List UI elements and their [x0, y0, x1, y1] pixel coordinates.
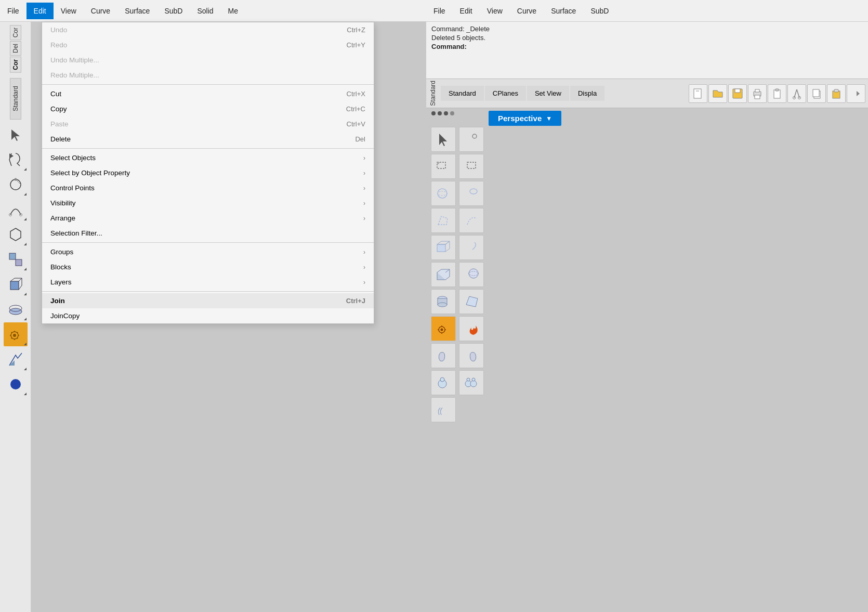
menu-item-layers[interactable]: Layers ›	[42, 275, 374, 290]
toolbar-open[interactable]	[708, 84, 727, 103]
sidebar-standard-label: Standard	[10, 78, 21, 120]
menu-solid[interactable]: Solid	[190, 3, 220, 19]
perspective-button[interactable]: Perspective ▼	[489, 111, 561, 126]
svg-rect-32	[834, 89, 838, 92]
menu-item-delete[interactable]: Delete Del	[42, 132, 374, 147]
svg-point-34	[472, 134, 477, 138]
menu-item-redo[interactable]: Redo Ctrl+Y	[42, 37, 374, 53]
tool-gear[interactable]	[4, 322, 28, 346]
menu-item-blocks[interactable]: Blocks ›	[42, 259, 374, 275]
toolbar-print[interactable]	[748, 84, 767, 103]
command-line-1: Command: _Delete	[431, 25, 863, 33]
right-tool-cage[interactable]	[431, 235, 456, 260]
tool-paint[interactable]	[4, 372, 28, 396]
toolbar-area: Standard Standard CPlanes Set View Displ…	[426, 79, 868, 108]
menu-me[interactable]: Me	[221, 3, 245, 19]
tool-circle[interactable]	[4, 173, 28, 197]
tab-set-view[interactable]: Set View	[527, 86, 569, 101]
right-tool-gear[interactable]	[431, 316, 456, 341]
right-menu-subd[interactable]: SubD	[583, 3, 616, 19]
menu-item-arrange[interactable]: Arrange ›	[42, 211, 374, 226]
right-tool-rect-select2[interactable]	[459, 154, 484, 179]
menu-item-paste[interactable]: Paste Ctrl+V	[42, 116, 374, 132]
dot-3	[444, 111, 448, 115]
perspective-arrow: ▼	[546, 115, 552, 122]
dot-1	[431, 111, 436, 115]
tool-hexagon[interactable]	[4, 223, 28, 246]
toolbar-cut[interactable]	[787, 84, 806, 103]
tool-point[interactable]	[4, 148, 28, 172]
toolbar-new[interactable]	[689, 84, 707, 103]
tool-transform[interactable]	[4, 248, 28, 271]
tool-select-arrow[interactable]	[4, 123, 28, 147]
svg-point-15	[10, 379, 21, 389]
viewport-perspective[interactable]	[489, 125, 868, 612]
toolbar-standard-label: Standard	[428, 80, 438, 107]
menu-item-joincopy[interactable]: JoinCopy	[42, 308, 374, 323]
menu-item-redo-multiple[interactable]: Redo Multiple...	[42, 68, 374, 83]
right-menu-edit[interactable]: Edit	[453, 3, 480, 19]
left-menu-bar: File Edit View Curve Surface SubD Solid …	[0, 0, 426, 22]
right-tool-cage2[interactable]	[459, 235, 484, 260]
menu-item-copy[interactable]: Copy Ctrl+C	[42, 101, 374, 116]
menu-item-selection-filter[interactable]: Selection Filter...	[42, 226, 374, 241]
right-tool-box3d[interactable]	[431, 262, 456, 287]
svg-rect-16	[694, 89, 701, 98]
tab-cplanes[interactable]: CPlanes	[485, 86, 526, 101]
right-tool-flat-shape[interactable]	[459, 289, 484, 314]
right-tool-blob[interactable]	[431, 370, 456, 395]
toolbar-copy[interactable]	[807, 84, 826, 103]
menu-item-cut[interactable]: Cut Ctrl+X	[42, 86, 374, 101]
right-tool-blobs[interactable]	[459, 370, 484, 395]
right-tool-poly-curve[interactable]	[459, 208, 484, 233]
svg-rect-9	[10, 281, 19, 290]
menu-curve[interactable]: Curve	[84, 3, 117, 19]
sidebar-label-del: Del	[10, 41, 21, 56]
right-menu-file[interactable]: File	[426, 3, 453, 19]
menu-item-select-objects[interactable]: Select Objects ›	[42, 150, 374, 165]
right-tool-rect-select[interactable]	[431, 154, 456, 179]
right-menu-curve[interactable]: Curve	[510, 3, 544, 19]
toolbar-clipboard[interactable]	[768, 84, 786, 103]
right-tool-circle-3d2[interactable]	[459, 181, 484, 206]
tool-oval[interactable]	[4, 297, 28, 321]
right-tool-circle-3d[interactable]	[431, 181, 456, 206]
menu-view[interactable]: View	[54, 3, 84, 19]
svg-marker-36	[437, 162, 440, 165]
right-tool-foot-left[interactable]	[431, 343, 456, 368]
tool-slope[interactable]	[4, 347, 28, 371]
menu-item-groups[interactable]: Groups ›	[42, 244, 374, 259]
right-tool-point2[interactable]	[459, 127, 484, 152]
tab-display[interactable]: Displa	[570, 86, 604, 101]
right-tool-flame[interactable]	[459, 316, 484, 341]
divider-2	[42, 148, 374, 149]
right-tool-foot-right[interactable]	[459, 343, 484, 368]
right-tool-poly-select[interactable]	[431, 208, 456, 233]
menu-file[interactable]: File	[0, 3, 27, 19]
right-tool-select[interactable]	[431, 127, 456, 152]
svg-point-1	[10, 179, 21, 190]
svg-point-39	[438, 191, 447, 196]
right-tool-cylinder[interactable]	[431, 289, 456, 314]
tool-box[interactable]	[4, 272, 28, 296]
right-menu-view[interactable]: View	[480, 3, 510, 19]
menu-item-undo[interactable]: Undo Ctrl+Z	[42, 22, 374, 37]
toolbar-more[interactable]	[847, 84, 865, 103]
tool-curve[interactable]	[4, 198, 28, 222]
sidebar-label-cor2: Cor	[10, 57, 21, 73]
right-menu-surface[interactable]: Surface	[544, 3, 583, 19]
menu-item-undo-multiple[interactable]: Undo Multiple...	[42, 53, 374, 68]
right-icon-grid	[429, 125, 486, 424]
toolbar-save[interactable]	[728, 84, 747, 103]
right-tool-extra1[interactable]	[431, 397, 456, 422]
menu-item-select-by-property[interactable]: Select by Object Property ›	[42, 165, 374, 180]
menu-item-join[interactable]: Join Ctrl+J	[42, 293, 374, 308]
menu-surface[interactable]: Surface	[117, 3, 157, 19]
right-tool-sphere3d[interactable]	[459, 262, 484, 287]
menu-edit[interactable]: Edit	[27, 3, 54, 19]
menu-item-control-points[interactable]: Control Points ›	[42, 180, 374, 196]
toolbar-paste-btn[interactable]	[827, 84, 846, 103]
tab-standard[interactable]: Standard	[441, 86, 484, 101]
menu-subd[interactable]: SubD	[157, 3, 190, 19]
menu-item-visibility[interactable]: Visibility ›	[42, 196, 374, 211]
